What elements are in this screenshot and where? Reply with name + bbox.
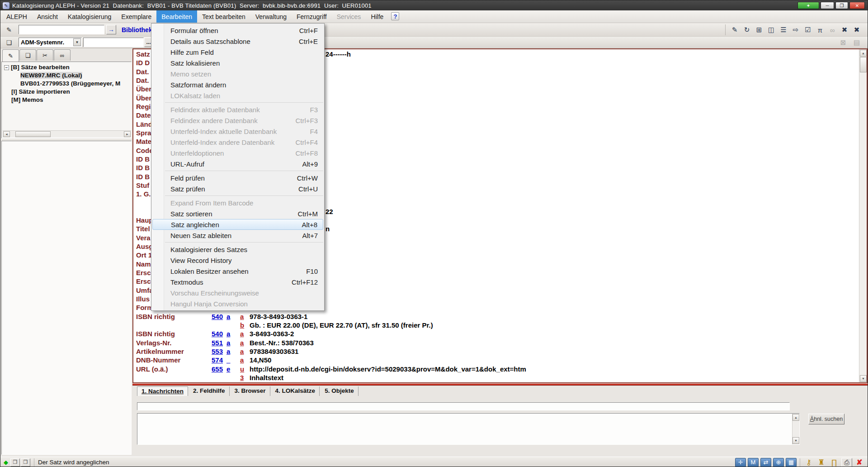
menu-item-lokalen-besitzer-ansehen[interactable]: Lokalen Besitzer ansehenF10 — [151, 266, 324, 276]
grid-icon[interactable]: ▦ — [786, 458, 797, 467]
close-button[interactable]: ✕ — [849, 2, 865, 9]
message-list-box[interactable]: ▲ ▼ — [137, 413, 800, 445]
record-field-tag[interactable]: 540 — [212, 330, 223, 338]
minimize-button[interactable]: ─ — [821, 2, 834, 9]
menu-item-satz-pr-fen[interactable]: Satz prüfenCtrl+U — [151, 183, 324, 194]
menubar-item-ansicht[interactable]: Ansicht — [32, 10, 63, 23]
menu-item-satz-angleichen[interactable]: Satz angleichenAlt+8 — [152, 219, 323, 230]
menubar-item-katalogisierung[interactable]: Katalogisierung — [63, 10, 117, 23]
scroll-left-icon[interactable]: ◄ — [3, 131, 10, 137]
record-bar-icon[interactable]: ✎ — [4, 25, 14, 35]
new-record-icon[interactable]: ✎ — [729, 24, 740, 35]
tree-node-bvb-record[interactable]: BVB01-27799533 (Brüggemeyer, M — [2, 80, 131, 88]
tree-node-import-records[interactable]: [I] Sätze importieren — [2, 88, 131, 96]
globe-icon[interactable]: ⊕ — [773, 458, 784, 467]
close-all-records-icon[interactable]: ✖ — [851, 24, 862, 35]
tab-4-lokals-tze[interactable]: 4. LOKalsätze — [271, 386, 320, 396]
menubar-item-fernzugriff[interactable]: Fernzugriff — [292, 10, 332, 23]
record-subfield-code[interactable]: u — [240, 365, 244, 373]
menu-item-neuen-satz-ableiten[interactable]: Neuen Satz ableitenAlt+7 — [151, 230, 324, 241]
tree-node-edit-records[interactable]: −[B] Sätze bearbeiten — [2, 63, 131, 71]
go-arrow-button[interactable]: → — [106, 25, 116, 34]
menu-item-satz-lokalisieren[interactable]: Satz lokalisieren — [151, 57, 324, 68]
close-x-icon[interactable]: ✘ — [854, 458, 865, 467]
search-records-tab[interactable]: ∞ — [54, 49, 71, 61]
chevron-down-icon[interactable]: ▼ — [73, 38, 81, 46]
menu-item-katalogisierer-des-satzes[interactable]: Katalogisierer des Satzes — [151, 244, 324, 255]
record-subfield-code[interactable]: a — [240, 339, 244, 347]
record-field-indicator[interactable]: a — [226, 339, 230, 347]
similar-search-button[interactable]: Ähnl. suchen — [808, 414, 844, 424]
tree-node-memos[interactable]: [M] Memos — [2, 96, 131, 104]
record-field-value[interactable]: Inhaltstext — [250, 374, 283, 381]
scroll-up-icon[interactable]: ▲ — [860, 50, 867, 57]
menu-item-details-aus-satzschablone[interactable]: Details aus SatzschabloneCtrl+E — [151, 36, 324, 47]
menu-item-feld-pr-fen[interactable]: Feld prüfenCtrl+W — [151, 172, 324, 183]
record-tree-icon[interactable]: ⊞ — [754, 24, 764, 35]
menu-item-satzformat-ndern[interactable]: Satzformat ändern — [151, 79, 324, 90]
restore-button[interactable]: ❐ — [835, 2, 848, 9]
scrollbar-thumb[interactable] — [15, 131, 51, 137]
push-record-icon[interactable]: ⇨ — [790, 24, 801, 35]
record-field-tag[interactable]: 553 — [212, 348, 223, 355]
cut-records-tab[interactable]: ✂ — [37, 49, 53, 61]
scrollbar-thumb[interactable] — [860, 57, 867, 72]
scroll-up-icon[interactable]: ▲ — [793, 414, 799, 421]
marc-icon[interactable]: M — [748, 458, 759, 467]
record-subfield-code[interactable]: a — [240, 348, 244, 355]
record-field-value[interactable]: http://deposit.d-nb.de/cgi-bin/dokserv?i… — [250, 365, 526, 373]
tower-icon[interactable]: ♜ — [816, 458, 827, 467]
scroll-right-icon[interactable]: ► — [124, 131, 131, 137]
menubar-item-exemplare[interactable]: Exemplare — [116, 10, 156, 23]
bridge-icon[interactable]: π — [815, 24, 826, 35]
record-field-value[interactable]: 14,N50 — [250, 356, 271, 364]
menu-item-formular-ffnen[interactable]: Formular öffnenCtrl+F — [151, 25, 324, 36]
record-field-value[interactable]: 9783849303631 — [250, 348, 298, 355]
tab-5-objekte[interactable]: 5. Objekte — [321, 386, 359, 396]
check-record-icon[interactable]: ☑ — [802, 24, 813, 35]
menubar-item-verwaltung[interactable]: Verwaltung — [250, 10, 292, 23]
menu-item-satz-sortieren[interactable]: Satz sortierenCtrl+M — [151, 208, 324, 219]
menu-item-url-aufruf[interactable]: URL-AufrufAlt+9 — [151, 158, 324, 169]
help-icon[interactable]: ? — [391, 12, 399, 20]
record-subfield-code[interactable]: 3 — [240, 374, 244, 381]
tab-1-nachrichten[interactable]: 1. Nachrichten — [137, 386, 188, 396]
search-value-input[interactable] — [83, 38, 144, 47]
swap-arrows-icon[interactable]: ⇄ — [760, 458, 771, 467]
record-field-tag[interactable]: 551 — [212, 339, 223, 347]
scroll-down-icon[interactable]: ▼ — [860, 375, 867, 382]
menubar-item-bearbeiten[interactable]: Bearbeiten — [156, 10, 197, 23]
close-record-icon[interactable]: ✖ — [839, 24, 850, 35]
indicator-button[interactable]: ✦ — [797, 2, 819, 9]
record-field-indicator[interactable]: a — [226, 313, 230, 320]
record-vertical-scrollbar[interactable]: ▲ ▼ — [859, 49, 867, 382]
tab-3-browser[interactable]: 3. Browser — [231, 386, 270, 396]
record-field-value[interactable]: Best.-Nr.: 538/70363 — [250, 339, 314, 347]
record-field-tag[interactable]: 574 — [212, 356, 223, 364]
scroll-down-icon[interactable]: ▼ — [793, 437, 799, 444]
pages-bar-icon[interactable]: ❏ — [4, 38, 14, 48]
record-field-value[interactable]: Gb. : EUR 22.00 (DE), EUR 22.70 (AT), sf… — [250, 321, 433, 329]
bank-icon[interactable]: ∏ — [829, 458, 840, 467]
menubar-item-text-bearbeiten[interactable]: Text bearbeiten — [197, 10, 250, 23]
tree-expander-icon[interactable]: − — [4, 65, 9, 70]
record-field-indicator[interactable]: e — [226, 365, 230, 373]
record-subfield-code[interactable]: a — [240, 356, 244, 364]
copy-records-tab[interactable]: ❏ — [19, 49, 36, 61]
record-field-indicator[interactable]: _ — [226, 356, 230, 364]
edit-records-tab[interactable]: ✎ — [2, 49, 19, 62]
field-list-icon[interactable]: ☰ — [778, 24, 789, 35]
record-subfield-code[interactable]: a — [240, 330, 244, 338]
search-type-combo[interactable]: ADM-Systemnr. ▼ — [19, 38, 82, 47]
menu-item-textmodus[interactable]: TextmodusCtrl+F12 — [151, 276, 324, 287]
record-field-value[interactable]: 3-8493-0363-2 — [250, 330, 294, 338]
menubar-item-aleph[interactable]: ALEPH — [1, 10, 32, 23]
tree-node-local-record[interactable]: NEW897.MRC (Lokal) — [2, 71, 131, 80]
fit-screen-icon[interactable]: ✛ — [735, 458, 746, 467]
message-list-scrollbar[interactable]: ▲ ▼ — [792, 414, 799, 444]
open-book-icon[interactable]: ◫ — [766, 24, 777, 35]
record-field-tag[interactable]: 540 — [212, 313, 223, 320]
record-field-indicator[interactable]: a — [226, 330, 230, 338]
tree-horizontal-scrollbar[interactable]: ◄ ► — [3, 130, 131, 137]
lasso-icon[interactable]: ↻ — [741, 24, 752, 35]
